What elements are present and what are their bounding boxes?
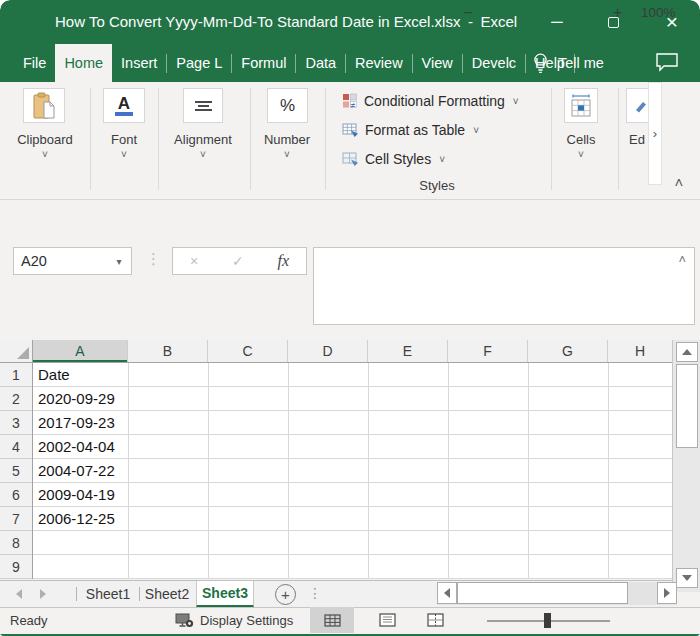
prev-sheet-button[interactable]: [16, 589, 22, 599]
enter-entry-button[interactable]: ✓: [232, 253, 244, 269]
sheet-tab-sheet1[interactable]: Sheet1: [84, 581, 132, 607]
horizontal-scrollbar-thumb[interactable]: [457, 582, 628, 604]
scroll-down-button[interactable]: [676, 568, 698, 588]
gridline: [288, 363, 289, 579]
minimize-button[interactable]: ─: [535, 7, 579, 37]
column-header-g[interactable]: G: [528, 340, 608, 362]
tab-file[interactable]: File: [14, 44, 55, 82]
vertical-scrollbar-thumb[interactable]: [676, 364, 698, 448]
quick-access-toolbar: ↶ ˅ ↷ ˅ ˅ ˅: [0, 200, 700, 240]
display-settings-button[interactable]: Display Settings: [175, 607, 293, 634]
arrow-left-icon: [444, 588, 450, 598]
column-header-b[interactable]: B: [128, 340, 208, 362]
column-header-a[interactable]: A: [33, 340, 128, 362]
vertical-scrollbar[interactable]: [672, 340, 700, 592]
cell-a7[interactable]: 2006-12-25: [33, 507, 128, 531]
arrow-right-icon: [664, 588, 670, 598]
chevron-down-icon[interactable]: ˅: [252, 149, 322, 160]
name-box[interactable]: A20 ▾: [13, 247, 132, 275]
formula-bar-resize-handle[interactable]: ⋮: [146, 250, 161, 268]
collapse-formula-bar-button[interactable]: ˄: [678, 252, 686, 267]
scroll-left-button[interactable]: [437, 582, 457, 604]
name-box-dropdown-icon[interactable]: ▾: [107, 256, 131, 267]
zoom-level[interactable]: 100%: [641, 0, 676, 26]
tell-me-button[interactable]: Tell me: [533, 44, 604, 82]
formula-bar-input[interactable]: ˄: [313, 247, 695, 325]
cell-styles-button[interactable]: Cell Styles ˅: [342, 149, 445, 169]
sheet-tab-sheet3[interactable]: Sheet3: [196, 581, 254, 607]
tab-data[interactable]: Data: [296, 44, 345, 82]
cell-a9[interactable]: [33, 555, 128, 579]
row-header[interactable]: 6: [0, 483, 32, 507]
row-header[interactable]: 5: [0, 459, 32, 483]
row-header[interactable]: 1: [0, 363, 32, 387]
alignment-group-button[interactable]: [183, 88, 223, 123]
conditional-formatting-button[interactable]: ≠ Conditional Formatting ˅: [342, 91, 519, 111]
cell-a6[interactable]: 2009-04-19: [33, 483, 128, 507]
column-header-e[interactable]: E: [368, 340, 448, 362]
sheet-bar-resize-handle[interactable]: ⋮: [308, 585, 322, 601]
font-group-button[interactable]: A: [103, 88, 145, 123]
sheet-tab-bar: Sheet1 Sheet2 Sheet3 + ⋮: [0, 580, 672, 607]
tab-page-layout[interactable]: Page L: [167, 44, 231, 82]
group-divider: [325, 88, 326, 190]
font-group-label: Font: [89, 132, 159, 147]
chevron-down-icon[interactable]: ˅: [168, 149, 238, 160]
font-icon: A: [115, 96, 133, 116]
new-sheet-button[interactable]: +: [275, 584, 296, 605]
cell-a4[interactable]: 2002-04-04: [33, 435, 128, 459]
page-break-preview-button[interactable]: [413, 607, 457, 633]
scroll-up-button[interactable]: [676, 342, 698, 362]
tab-developer[interactable]: Develc: [463, 44, 525, 82]
cell-a8[interactable]: [33, 531, 128, 555]
tab-home[interactable]: Home: [55, 44, 112, 82]
display-settings-label: Display Settings: [200, 613, 293, 628]
cell-a2[interactable]: 2020-09-29: [33, 387, 128, 411]
next-sheet-button[interactable]: [40, 589, 46, 599]
column-header-f[interactable]: F: [448, 340, 528, 362]
sheet-tab-sheet2[interactable]: Sheet2: [143, 581, 191, 607]
horizontal-scrollbar[interactable]: [437, 582, 677, 605]
tab-insert[interactable]: Insert: [112, 44, 166, 82]
format-as-table-button[interactable]: Format as Table ˅: [342, 120, 479, 140]
tab-view[interactable]: View: [413, 44, 462, 82]
zoom-slider-handle[interactable]: [544, 613, 551, 628]
worksheet-cells[interactable]: Date 2020-09-29 2017-09-23 2002-04-04 20…: [33, 363, 672, 579]
number-group-button[interactable]: %: [267, 88, 308, 123]
row-header[interactable]: 9: [0, 555, 32, 579]
insert-function-button[interactable]: fx: [278, 252, 290, 270]
tab-formulas[interactable]: Formul: [232, 44, 295, 82]
column-header-d[interactable]: D: [288, 340, 368, 362]
cell-a5[interactable]: 2004-07-22: [33, 459, 128, 483]
page-layout-view-button[interactable]: [365, 607, 409, 633]
scroll-right-button[interactable]: [657, 582, 677, 604]
select-all-button[interactable]: [0, 340, 33, 363]
clipboard-group-label: Clipboard: [10, 132, 80, 147]
chevron-down-icon: ˅: [513, 96, 519, 107]
cells-group-label: Cells: [546, 132, 616, 147]
chevron-down-icon[interactable]: ˅: [546, 149, 616, 160]
cells-group-button[interactable]: [564, 88, 598, 123]
cell-a3[interactable]: 2017-09-23: [33, 411, 128, 435]
comments-button[interactable]: [655, 52, 679, 76]
column-header-c[interactable]: C: [208, 340, 288, 362]
row-header[interactable]: 8: [0, 531, 32, 555]
row-header[interactable]: 2: [0, 387, 32, 411]
collapse-ribbon-button[interactable]: ˄: [666, 172, 692, 192]
row-header[interactable]: 4: [0, 435, 32, 459]
normal-view-button[interactable]: [310, 607, 354, 633]
chevron-down-icon[interactable]: ˅: [89, 149, 159, 160]
tab-review[interactable]: Review: [346, 44, 412, 82]
chevron-right-icon: ›: [653, 126, 657, 141]
column-header-h[interactable]: H: [608, 340, 672, 362]
row-header[interactable]: 7: [0, 507, 32, 531]
zoom-in-button[interactable]: +: [613, 0, 622, 26]
row-header[interactable]: 3: [0, 411, 32, 435]
zoom-out-button[interactable]: −: [463, 0, 472, 26]
ribbon-scroll-right[interactable]: ›: [648, 82, 662, 185]
percent-icon: %: [280, 96, 295, 116]
chevron-down-icon[interactable]: ˅: [10, 149, 80, 160]
cancel-entry-button[interactable]: ×: [190, 253, 198, 269]
clipboard-group-button[interactable]: [23, 88, 65, 123]
cell-a1[interactable]: Date: [33, 363, 128, 387]
